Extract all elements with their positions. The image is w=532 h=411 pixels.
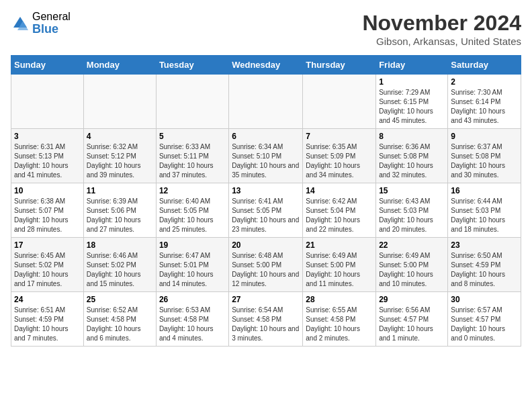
day-info: Sunrise: 6:52 AMSunset: 4:58 PMDaylight:… <box>87 306 153 343</box>
day-info: Sunrise: 6:42 AMSunset: 5:04 PMDaylight:… <box>306 197 373 234</box>
calendar-cell: 9Sunrise: 6:37 AMSunset: 5:08 PMDaylight… <box>448 129 521 183</box>
day-info: Sunrise: 6:46 AMSunset: 5:02 PMDaylight:… <box>87 251 153 289</box>
day-number: 29 <box>379 295 445 304</box>
day-info: Sunrise: 6:40 AMSunset: 5:05 PMDaylight:… <box>159 197 226 234</box>
title-block: November 2024 Gibson, Arkansas, United S… <box>362 11 521 47</box>
calendar-cell: 16Sunrise: 6:44 AMSunset: 5:03 PMDayligh… <box>448 183 521 238</box>
day-number: 23 <box>451 240 518 250</box>
calendar-cell: 12Sunrise: 6:40 AMSunset: 5:05 PMDayligh… <box>156 183 228 238</box>
day-info: Sunrise: 6:48 AMSunset: 5:00 PMDaylight:… <box>232 251 300 289</box>
day-number: 9 <box>451 132 518 141</box>
day-info: Sunrise: 6:32 AMSunset: 5:12 PMDaylight:… <box>87 142 153 180</box>
calendar-cell: 5Sunrise: 6:33 AMSunset: 5:11 PMDaylight… <box>156 129 228 183</box>
calendar-header: SundayMondayTuesdayWednesdayThursdayFrid… <box>11 56 521 75</box>
calendar-cell: 26Sunrise: 6:53 AMSunset: 4:58 PMDayligh… <box>156 292 228 347</box>
calendar-cell: 20Sunrise: 6:48 AMSunset: 5:00 PMDayligh… <box>229 238 303 292</box>
calendar-cell <box>83 75 156 129</box>
day-number: 2 <box>451 77 518 87</box>
day-number: 13 <box>232 186 300 195</box>
day-info: Sunrise: 6:43 AMSunset: 5:03 PMDaylight:… <box>379 197 445 234</box>
day-info: Sunrise: 6:50 AMSunset: 4:59 PMDaylight:… <box>451 251 518 289</box>
calendar-cell: 17Sunrise: 6:45 AMSunset: 5:02 PMDayligh… <box>11 238 84 292</box>
day-info: Sunrise: 6:37 AMSunset: 5:08 PMDaylight:… <box>451 142 518 180</box>
day-number: 12 <box>159 186 226 195</box>
calendar-cell: 24Sunrise: 6:51 AMSunset: 4:59 PMDayligh… <box>11 292 84 347</box>
day-number: 19 <box>159 240 226 250</box>
calendar-cell: 13Sunrise: 6:41 AMSunset: 5:05 PMDayligh… <box>229 183 303 238</box>
weekday-header: Sunday <box>11 56 84 75</box>
calendar-cell: 21Sunrise: 6:49 AMSunset: 5:00 PMDayligh… <box>303 238 376 292</box>
day-info: Sunrise: 6:51 AMSunset: 4:59 PMDaylight:… <box>14 306 81 343</box>
day-info: Sunrise: 6:57 AMSunset: 4:57 PMDaylight:… <box>451 306 518 343</box>
day-info: Sunrise: 6:38 AMSunset: 5:07 PMDaylight:… <box>14 197 81 234</box>
calendar-cell: 15Sunrise: 6:43 AMSunset: 5:03 PMDayligh… <box>376 183 448 238</box>
day-number: 25 <box>87 295 153 304</box>
location: Gibson, Arkansas, United States <box>362 36 521 47</box>
day-number: 16 <box>451 186 518 195</box>
day-info: Sunrise: 6:33 AMSunset: 5:11 PMDaylight:… <box>159 142 226 180</box>
day-number: 6 <box>232 132 300 141</box>
day-number: 5 <box>159 132 226 141</box>
day-number: 3 <box>14 132 81 141</box>
calendar-cell: 7Sunrise: 6:35 AMSunset: 5:09 PMDaylight… <box>303 129 376 183</box>
day-number: 1 <box>379 77 445 87</box>
day-info: Sunrise: 6:55 AMSunset: 4:58 PMDaylight:… <box>306 306 373 343</box>
day-info: Sunrise: 6:47 AMSunset: 5:01 PMDaylight:… <box>159 251 226 289</box>
calendar-cell <box>11 75 84 129</box>
calendar-cell: 27Sunrise: 6:54 AMSunset: 4:58 PMDayligh… <box>229 292 303 347</box>
day-info: Sunrise: 6:34 AMSunset: 5:10 PMDaylight:… <box>232 142 300 180</box>
calendar-cell: 8Sunrise: 6:36 AMSunset: 5:08 PMDaylight… <box>376 129 448 183</box>
month-title: November 2024 <box>362 11 521 36</box>
weekday-header: Tuesday <box>156 56 228 75</box>
calendar-week-row: 10Sunrise: 6:38 AMSunset: 5:07 PMDayligh… <box>11 183 521 238</box>
day-number: 21 <box>306 240 373 250</box>
page-header: General Blue November 2024 Gibson, Arkan… <box>11 11 521 47</box>
day-number: 17 <box>14 240 81 250</box>
calendar-cell: 2Sunrise: 7:30 AMSunset: 6:14 PMDaylight… <box>448 75 521 129</box>
day-number: 8 <box>379 132 445 141</box>
day-number: 27 <box>232 295 300 304</box>
calendar-week-row: 1Sunrise: 7:29 AMSunset: 6:15 PMDaylight… <box>11 75 521 129</box>
day-info: Sunrise: 6:49 AMSunset: 5:00 PMDaylight:… <box>379 251 445 289</box>
day-info: Sunrise: 6:53 AMSunset: 4:58 PMDaylight:… <box>159 306 226 343</box>
weekday-header: Monday <box>83 56 156 75</box>
day-number: 4 <box>87 132 153 141</box>
day-info: Sunrise: 6:45 AMSunset: 5:02 PMDaylight:… <box>14 251 81 289</box>
day-info: Sunrise: 7:30 AMSunset: 6:14 PMDaylight:… <box>451 88 518 126</box>
day-info: Sunrise: 6:31 AMSunset: 5:13 PMDaylight:… <box>14 142 81 180</box>
logo-icon <box>11 14 30 33</box>
logo: General Blue <box>11 11 71 36</box>
day-number: 24 <box>14 295 81 304</box>
day-number: 22 <box>379 240 445 250</box>
day-info: Sunrise: 6:41 AMSunset: 5:05 PMDaylight:… <box>232 197 300 234</box>
calendar-cell <box>303 75 376 129</box>
day-number: 7 <box>306 132 373 141</box>
calendar-cell: 6Sunrise: 6:34 AMSunset: 5:10 PMDaylight… <box>229 129 303 183</box>
calendar-week-row: 24Sunrise: 6:51 AMSunset: 4:59 PMDayligh… <box>11 292 521 347</box>
calendar-cell: 28Sunrise: 6:55 AMSunset: 4:58 PMDayligh… <box>303 292 376 347</box>
day-number: 20 <box>232 240 300 250</box>
calendar-cell: 29Sunrise: 6:56 AMSunset: 4:57 PMDayligh… <box>376 292 448 347</box>
logo-text: General Blue <box>32 11 71 36</box>
calendar-week-row: 17Sunrise: 6:45 AMSunset: 5:02 PMDayligh… <box>11 238 521 292</box>
day-number: 30 <box>451 295 518 304</box>
calendar-cell: 11Sunrise: 6:39 AMSunset: 5:06 PMDayligh… <box>83 183 156 238</box>
calendar-cell: 1Sunrise: 7:29 AMSunset: 6:15 PMDaylight… <box>376 75 448 129</box>
calendar-cell: 14Sunrise: 6:42 AMSunset: 5:04 PMDayligh… <box>303 183 376 238</box>
day-info: Sunrise: 6:56 AMSunset: 4:57 PMDaylight:… <box>379 306 445 343</box>
calendar-cell: 4Sunrise: 6:32 AMSunset: 5:12 PMDaylight… <box>83 129 156 183</box>
calendar-cell: 10Sunrise: 6:38 AMSunset: 5:07 PMDayligh… <box>11 183 84 238</box>
weekday-header: Thursday <box>303 56 376 75</box>
calendar-cell: 25Sunrise: 6:52 AMSunset: 4:58 PMDayligh… <box>83 292 156 347</box>
day-info: Sunrise: 6:49 AMSunset: 5:00 PMDaylight:… <box>306 251 373 289</box>
weekday-header: Friday <box>376 56 448 75</box>
day-number: 28 <box>306 295 373 304</box>
day-number: 26 <box>159 295 226 304</box>
calendar-cell: 18Sunrise: 6:46 AMSunset: 5:02 PMDayligh… <box>83 238 156 292</box>
weekday-header: Wednesday <box>229 56 303 75</box>
day-number: 11 <box>87 186 153 195</box>
day-info: Sunrise: 6:35 AMSunset: 5:09 PMDaylight:… <box>306 142 373 180</box>
day-info: Sunrise: 6:39 AMSunset: 5:06 PMDaylight:… <box>87 197 153 234</box>
calendar-cell: 22Sunrise: 6:49 AMSunset: 5:00 PMDayligh… <box>376 238 448 292</box>
day-info: Sunrise: 6:44 AMSunset: 5:03 PMDaylight:… <box>451 197 518 234</box>
